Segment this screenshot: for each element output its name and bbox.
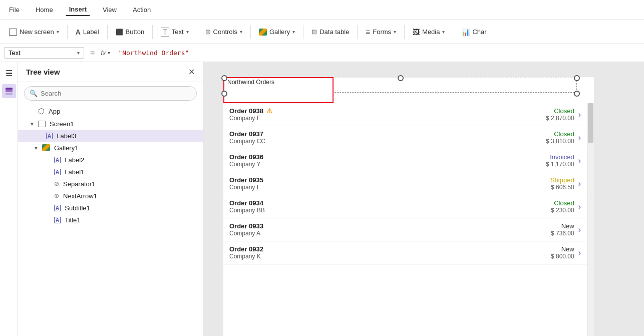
toggle-label1[interactable]: [44, 168, 52, 176]
handle-top-left[interactable]: [221, 75, 227, 81]
gallery-row[interactable]: Order 0936 Company Y Invoiced $ 1,170.00…: [223, 149, 587, 172]
menu-insert[interactable]: Insert: [66, 4, 90, 16]
controls-icon: ⊞: [205, 28, 211, 36]
text-icon: T: [161, 28, 169, 37]
row-amount: $ 230.00: [539, 207, 574, 214]
row-status: New: [539, 222, 574, 230]
row-company: Company K: [229, 253, 539, 260]
gallery1-icon: [42, 144, 50, 151]
row-left: Order 0938 ⚠ Company F: [229, 107, 539, 122]
tree-item-label2[interactable]: A Label2: [18, 154, 203, 166]
divider4: [197, 25, 197, 39]
subtitle1-label: Subtitle1: [65, 204, 90, 212]
toggle-app[interactable]: [28, 107, 36, 115]
datatable-button[interactable]: ⊟ Data table: [306, 25, 354, 39]
v-scrollbar-thumb[interactable]: [588, 103, 593, 143]
tree-item-app[interactable]: ⬡ App: [18, 105, 203, 118]
gallery-row[interactable]: Order 0934 Company BB Closed $ 230.00 ›: [223, 195, 587, 218]
text-chevron: ▾: [186, 29, 189, 35]
chart-button[interactable]: 📊 Char: [456, 25, 491, 39]
label-element[interactable]: Northwind Orders: [223, 77, 334, 103]
toggle-separator1[interactable]: [44, 180, 52, 188]
menu-home[interactable]: Home: [33, 4, 56, 16]
forms-icon: ≡: [366, 28, 370, 36]
tree-item-separator1[interactable]: ⊘ Separator1: [18, 178, 203, 190]
tree-item-label1[interactable]: A Label1: [18, 166, 203, 178]
menu-file[interactable]: File: [6, 4, 23, 16]
datatable-label: Data table: [319, 28, 349, 36]
gallery-row[interactable]: Order 0933 Company A New $ 736.00 ›: [223, 218, 587, 241]
app-icon: ⬡: [38, 107, 45, 116]
row-order: Order 0932: [229, 245, 539, 253]
row-arrow: ›: [578, 202, 581, 211]
tree-item-screen1[interactable]: ▼ Screen1: [18, 118, 203, 130]
label-text: Northwind Orders: [224, 77, 277, 88]
button-button[interactable]: ⬛ Button: [111, 25, 150, 39]
toggle-screen1[interactable]: ▼: [28, 120, 36, 128]
screen1-label: Screen1: [50, 120, 74, 128]
row-order: Order 0936: [229, 153, 539, 161]
label3-label: Label3: [57, 132, 76, 140]
toolbar: New screen ▾ A Label ⬛ Button T Text ▾ ⊞…: [0, 20, 644, 44]
row-company: Company F: [229, 115, 539, 122]
fx-container: fx ▾: [101, 49, 110, 57]
menu-view[interactable]: View: [100, 4, 120, 16]
row-left: Order 0932 Company K: [229, 245, 539, 260]
row-arrow: ›: [578, 156, 581, 165]
toggle-title1[interactable]: [44, 216, 52, 224]
media-label: Media: [422, 28, 440, 36]
toggle-nextarrow1[interactable]: [44, 192, 52, 200]
handle-mid-right[interactable]: [574, 91, 580, 97]
gallery-row[interactable]: Order 0938 ⚠ Company F Closed $ 2,870.00…: [223, 103, 587, 126]
tree-item-label3[interactable]: A Label3: [18, 130, 203, 142]
text-label: Text: [172, 28, 184, 36]
separator1-icon: ⊘: [54, 180, 59, 187]
hamburger-icon[interactable]: ☰: [2, 66, 16, 80]
row-company: Company BB: [229, 207, 539, 214]
toggle-subtitle1[interactable]: [44, 204, 52, 212]
new-screen-button[interactable]: New screen ▾: [4, 25, 64, 39]
gallery-chevron: ▾: [292, 29, 295, 35]
search-input[interactable]: [41, 90, 191, 97]
divider3: [152, 25, 153, 39]
label2-label: Label2: [65, 156, 84, 164]
handle-top-right[interactable]: [574, 75, 580, 81]
tree-item-subtitle1[interactable]: A Subtitle1: [18, 202, 203, 214]
tree-items: ⬡ App ▼ Screen1 A Label3 ▼: [18, 105, 203, 336]
gallery-row[interactable]: Order 0935 Company I Shipped $ 606.50 ›: [223, 172, 587, 195]
gallery-button[interactable]: Gallery ▾: [254, 25, 300, 39]
menu-action[interactable]: Action: [130, 4, 154, 16]
formula-select-chevron: ▾: [77, 50, 80, 56]
tree-item-nextarrow1[interactable]: ⊕ NextArrow1: [18, 190, 203, 202]
gallery-row[interactable]: Order 0932 Company K New $ 800.00 ›: [223, 241, 587, 264]
row-status: Shipped: [539, 176, 574, 184]
app-label: App: [49, 108, 60, 115]
media-button[interactable]: 🖼 Media ▾: [408, 25, 450, 39]
row-amount: $ 606.50: [539, 184, 574, 191]
forms-button[interactable]: ≡ Forms ▾: [361, 25, 401, 39]
controls-button[interactable]: ⊞ Controls ▾: [200, 25, 247, 39]
toggle-label2[interactable]: [44, 156, 52, 164]
formula-select[interactable]: Text ▾: [4, 47, 84, 59]
handle-mid-left[interactable]: [221, 91, 227, 97]
tree-item-gallery1[interactable]: ▼ Gallery1: [18, 142, 203, 154]
tree-item-title1[interactable]: A Title1: [18, 214, 203, 226]
tree-close-button[interactable]: ✕: [188, 67, 195, 77]
formula-value: "Northwind Orders": [114, 49, 193, 57]
toggle-gallery1[interactable]: ▼: [32, 144, 40, 152]
text-button[interactable]: T Text ▾: [156, 25, 193, 40]
label-icon: A: [76, 28, 81, 36]
toggle-label3[interactable]: [36, 132, 44, 140]
svg-rect-0: [6, 88, 13, 90]
label-button[interactable]: A Label: [71, 25, 104, 39]
gallery-row[interactable]: Order 0937 Company CC Closed $ 3,810.00 …: [223, 126, 587, 149]
layers-icon[interactable]: [2, 84, 16, 98]
v-scrollbar[interactable]: [587, 103, 594, 336]
row-left: Order 0934 Company BB: [229, 199, 539, 214]
title1-label: Title1: [65, 216, 80, 224]
label2-icon: A: [54, 157, 61, 163]
handle-top-center[interactable]: [398, 75, 404, 81]
row-amount: $ 800.00: [539, 253, 574, 260]
row-order: Order 0938 ⚠: [229, 107, 539, 115]
media-icon: 🖼: [413, 28, 420, 36]
